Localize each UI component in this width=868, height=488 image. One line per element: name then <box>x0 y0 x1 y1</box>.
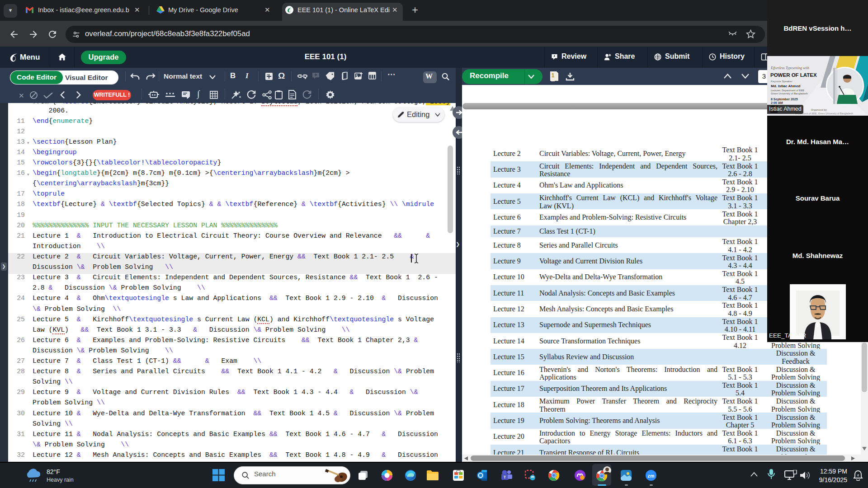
svg-text:1: 1 <box>552 72 555 79</box>
svg-text:8 September 2025: 8 September 2025 <box>771 98 798 101</box>
svg-text:Green University of Bangladesh: Green University of Bangladesh <box>771 92 808 95</box>
svg-text:2:00 AM: 2:00 AM <box>771 101 783 104</box>
svg-text:Md. Istiac Ahmed: Md. Istiac Ahmed <box>771 84 801 88</box>
svg-text:Effortless Typesetting with: Effortless Typesetting with <box>770 66 809 70</box>
svg-text:zm: zm <box>647 473 655 479</box>
svg-text:POWER OF LATEX: POWER OF LATEX <box>770 72 817 78</box>
svg-text:Organized by: Organized by <box>811 108 827 111</box>
svg-text:T: T <box>504 475 506 479</box>
svg-text:Lecturer, Department of EEE: Lecturer, Department of EEE <box>771 89 804 92</box>
svg-text:Department of EEE, Green Unive: Department of EEE, Green University of B… <box>795 112 853 115</box>
svg-text:Keynote Speaker: Keynote Speaker <box>771 80 792 83</box>
svg-text:z: z <box>857 473 859 477</box>
